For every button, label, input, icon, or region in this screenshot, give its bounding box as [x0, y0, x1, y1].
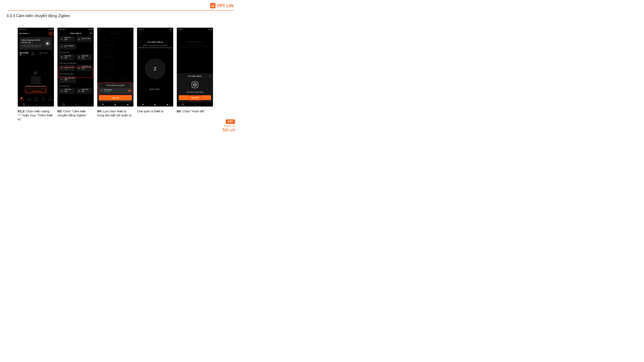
- step-2: 16:18 ⚙ ●· 48% ▮ ‹ Thêm thiết bị Đèn LED…: [58, 28, 94, 121]
- svg-point-0: [47, 43, 48, 44]
- android-nav: |||○‹: [177, 102, 213, 106]
- door-icon: [78, 56, 80, 59]
- phone-2: 16:18 ⚙ ●· 48% ▮ ‹ Thêm thiết bị Đèn LED…: [58, 28, 94, 106]
- statusbar: 13:31 ⚙ ● ▪ · 51% ▮: [18, 28, 54, 31]
- android-nav: ■◉◀: [97, 102, 134, 106]
- scan-title: Tìm kiếm thiết bị: [137, 41, 173, 43]
- step-1: 13:31 ⚙ ● ▪ · 51% ▮ My Home ∨ + Chào mừn…: [18, 28, 54, 121]
- device-tabs: Tất cả thiết bị Sân trước Phòng giải trí…: [18, 51, 54, 57]
- back-button[interactable]: ‹: [59, 32, 60, 35]
- tab-front-yard[interactable]: Sân trước: [31, 52, 38, 55]
- svg-point-8: [62, 46, 62, 47]
- scan-animation: Z: [145, 58, 166, 79]
- close-icon[interactable]: ✕: [209, 75, 211, 77]
- slide: FPT Life 3.3.4 Cảm biến chuyển động Zigb…: [0, 0, 242, 136]
- svg-point-4: [61, 38, 62, 39]
- corner-brand: FPT Smart Home fsh.vn: [223, 119, 235, 133]
- welcome-sub: Cài đặt bộ điều khiển trung tâm để có th…: [21, 44, 43, 48]
- bulb-icon: [60, 38, 63, 40]
- nav-scene[interactable]: Ngữ cảnh: [26, 97, 32, 101]
- statusbar: 16:18 ⚙ ●· 48% ▮: [58, 28, 94, 31]
- nav-back-icon[interactable]: ‹: [48, 103, 48, 106]
- section-door: Cảm biến cửa: [58, 51, 94, 54]
- caption-5: B5: Chọn “Hoàn tất”: [177, 109, 213, 113]
- header-rule: [8, 10, 234, 11]
- tile-door-ble[interactable]: Cảm biến cửaBLE: [59, 54, 75, 60]
- home-selector[interactable]: My Home ∨: [19, 32, 30, 34]
- smoke-icon: [78, 89, 80, 92]
- strip-icon: [78, 38, 80, 40]
- svg-point-2: [50, 97, 50, 98]
- screen-header: ‹ Thêm thiết bị: [58, 31, 94, 36]
- phone-1: 13:31 ⚙ ● ▪ · 51% ▮ My Home ∨ + Chào mừn…: [18, 28, 54, 106]
- scanning-label: Đang tìm kiếm...: [137, 88, 173, 90]
- svg-point-18: [79, 91, 79, 91]
- android-nav: ■◉◀: [137, 102, 173, 106]
- tab-entertain[interactable]: Phòng giải trí: [40, 52, 48, 55]
- nav-menu-icon[interactable]: |||: [23, 103, 25, 106]
- nav-home[interactable]: Trang chủ: [19, 97, 24, 101]
- nav-home-icon[interactable]: ○: [36, 103, 37, 106]
- tile-smoke-ble[interactable]: Cảm biến khóiBLE: [59, 88, 75, 94]
- nav-security[interactable]: An ninh: [42, 97, 45, 101]
- brand: FPT Life: [210, 3, 234, 8]
- statusbar-signal: · 51% ▮: [48, 28, 53, 30]
- smoke-icon: [60, 89, 63, 92]
- fpt-logo-icon: FPT: [226, 119, 235, 124]
- screen-header: ‹: [137, 31, 173, 36]
- svg-rect-10: [78, 56, 79, 58]
- tile-door-zigbee[interactable]: Cảm biến cửaZigbee: [76, 54, 92, 60]
- tile-smoke-wifi[interactable]: Cảm biến khóiWifi: [76, 88, 92, 94]
- svg-rect-9: [61, 56, 62, 58]
- tile-led-strip[interactable]: Đèn LED dâyBLE: [76, 36, 92, 42]
- statusbar: 14:13 · G ·⨉ ▮▮: [137, 28, 173, 31]
- phone-3: 14:13 · G ·⨉ ▮▮ ‹Thêm thiết bị Thêm thiế…: [97, 28, 134, 106]
- bottom-nav: Trang chủ Ngữ cảnh Yêu thích An ninh Tài…: [18, 95, 54, 102]
- hub-icon: [44, 40, 50, 46]
- brand-name: FPT Life: [217, 3, 234, 8]
- svg-point-15: [61, 90, 62, 91]
- caption-1: B1,2: Chọn biểu tượng “+” hoặc mục “Thêm…: [18, 109, 54, 121]
- tile-tracklight[interactable]: Đèn TracklightBLE: [59, 43, 76, 49]
- step-3: 14:13 · G ·⨉ ▮▮ ‹Thêm thiết bị Thêm thiế…: [97, 28, 134, 121]
- caption-2: B3: Chon “Cảm biến chuyển động Zigbee”: [58, 109, 94, 117]
- section-title: 3.3.4 Cảm biến chuyển động Zigbee.: [6, 13, 71, 18]
- home-header: My Home ∨ +: [18, 31, 54, 36]
- svg-point-3: [90, 32, 91, 34]
- svg-point-6: [61, 46, 62, 47]
- statusbar: 16:33 ✉ ·· 47% ▮: [177, 28, 213, 31]
- screen-title: Thêm thiết bị: [70, 32, 81, 34]
- svg-point-17: [78, 90, 80, 91]
- statusbar-time: 13:31 ⚙ ● ▪: [19, 28, 26, 30]
- sheet-title: Tìm thấy thiết bị✕: [179, 75, 211, 77]
- presence-icon: [60, 78, 63, 81]
- svg-point-7: [62, 46, 62, 47]
- svg-rect-21: [192, 82, 198, 88]
- tab-more[interactable]: ⋯: [50, 52, 52, 55]
- tile-led-bulb[interactable]: Đèn LED BulbBLE: [59, 36, 75, 42]
- footer-url: fsh.vn: [223, 127, 235, 133]
- caption-3: B4: Lựa chọn thiết bị trung tâm kết nối …: [97, 109, 134, 117]
- nav-account[interactable]: Tài khoản: [48, 97, 53, 101]
- tab-all[interactable]: Tất cả thiết bị: [20, 52, 29, 55]
- android-nav: |||○‹: [18, 102, 54, 106]
- android-nav: |||○‹: [58, 102, 94, 106]
- phone-4: 14:13 · G ·⨉ ▮▮ ‹ Tìm kiếm thiết bị Đảm …: [137, 28, 173, 106]
- search-button[interactable]: [90, 32, 92, 35]
- brand-logo-icon: [210, 3, 216, 8]
- svg-point-1: [28, 97, 30, 99]
- steps-row: 13:31 ⚙ ● ▪ · 51% ▮ My Home ∨ + Chào mừn…: [18, 28, 213, 121]
- phone-5: 16:33 ✉ ·· 47% ▮ ‹ Tìm kiếm thiết bị Đảm…: [177, 28, 213, 106]
- section-motion: Cảm biến chuyển động: [58, 62, 94, 65]
- svg-point-16: [62, 91, 62, 91]
- back-button[interactable]: ‹: [138, 32, 140, 35]
- section-smoke: Cảm biến khói: [58, 84, 94, 88]
- motion-sensor-icon: [190, 80, 200, 90]
- welcome-title: Chào mừng bạn đã đến với FPT Life: [21, 39, 43, 44]
- nav-fav[interactable]: Yêu thích: [34, 97, 39, 101]
- welcome-card[interactable]: Chào mừng bạn đã đến với FPT Life Cài đặ…: [19, 37, 52, 50]
- svg-point-23: [194, 84, 196, 86]
- done-button[interactable]: Hoàn tất: [99, 95, 132, 100]
- found-device-name: Cảm biến chuyển động: [179, 91, 211, 93]
- svg-point-14: [62, 79, 62, 80]
